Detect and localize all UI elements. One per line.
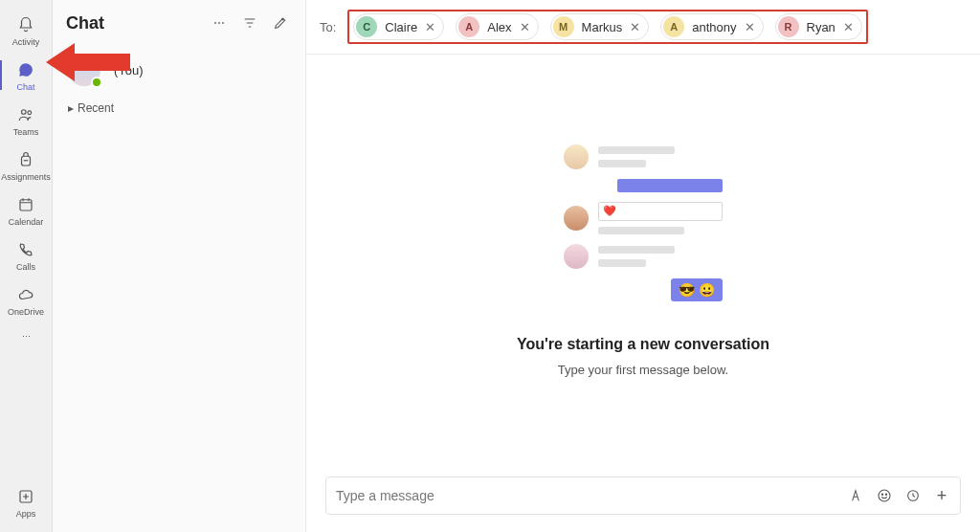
- rail-calls[interactable]: Calls: [0, 233, 52, 277]
- remove-icon[interactable]: ✕: [843, 21, 854, 33]
- rail-apps[interactable]: Apps: [0, 479, 52, 524]
- draft-label: (You): [114, 63, 144, 78]
- rail-onedrive[interactable]: OneDrive: [0, 277, 52, 322]
- avatar-initial: C: [356, 16, 377, 37]
- calendar-icon: [15, 194, 36, 215]
- people-icon: [15, 104, 36, 125]
- rail-label: Chat: [16, 82, 34, 92]
- cloud-icon: [15, 284, 36, 305]
- empty-title: You're starting a new conversation: [517, 336, 769, 353]
- presence-indicator: [91, 77, 102, 88]
- chat-list-header: Chat ⋯: [53, 0, 305, 46]
- svg-point-6: [881, 494, 882, 495]
- recent-section-toggle[interactable]: ▸ Recent: [53, 98, 305, 119]
- illustration-avatar: [564, 144, 589, 169]
- recipient-chip[interactable]: R Ryan ✕: [775, 13, 862, 40]
- compose-area: Type a message +: [306, 467, 980, 532]
- illustration-avatar: [564, 244, 589, 269]
- avatar-initial: R: [778, 16, 799, 37]
- empty-conversation: ❤️ 😎 😀 You're starting a new conversatio…: [306, 55, 980, 467]
- recipient-chip[interactable]: A Alex ✕: [456, 13, 538, 40]
- svg-rect-3: [20, 200, 32, 211]
- rail-label: Calls: [16, 262, 35, 272]
- rail-label: Apps: [16, 509, 36, 519]
- svg-point-0: [22, 110, 27, 115]
- recipient-name: Claire: [385, 20, 417, 34]
- app-rail: Activity Chat Teams Assignments Calendar…: [0, 0, 53, 532]
- rail-label: Calendar: [9, 217, 44, 227]
- to-label: To:: [320, 20, 336, 34]
- remove-icon[interactable]: ✕: [425, 21, 435, 33]
- empty-subtitle: Type your first message below.: [558, 363, 728, 377]
- rail-teams[interactable]: Teams: [0, 98, 52, 143]
- rail-label: Teams: [13, 127, 39, 137]
- emoji-icon[interactable]: [876, 487, 893, 504]
- rail-label: Activity: [12, 37, 40, 47]
- rail-calendar[interactable]: Calendar: [0, 188, 52, 233]
- chat-icon: [15, 59, 36, 80]
- format-icon[interactable]: [847, 487, 864, 504]
- recipient-name: Ryan: [807, 20, 835, 34]
- recipient-chip[interactable]: M Markus ✕: [550, 13, 650, 40]
- rail-more[interactable]: ⋯: [0, 322, 52, 351]
- rail-chat[interactable]: Chat: [0, 53, 52, 98]
- recipients-highlight: C Claire ✕ A Alex ✕ M Markus ✕ A anthony…: [347, 10, 868, 44]
- rail-label: Assignments: [1, 172, 51, 182]
- remove-icon[interactable]: ✕: [520, 21, 530, 33]
- to-bar: To: C Claire ✕ A Alex ✕ M Markus ✕ A ant…: [306, 0, 980, 55]
- svg-point-5: [879, 490, 890, 501]
- filter-icon[interactable]: [238, 11, 261, 34]
- chat-main: To: C Claire ✕ A Alex ✕ M Markus ✕ A ant…: [306, 0, 980, 532]
- phone-icon: [15, 239, 36, 260]
- compose-toolbar: +: [847, 487, 950, 504]
- illustration-avatar: [564, 206, 589, 231]
- backpack-icon: [15, 149, 36, 170]
- avatar-initial: M: [553, 16, 574, 37]
- more-options-icon[interactable]: ⋯: [208, 11, 231, 34]
- draft-chat-row[interactable]: (You): [53, 46, 305, 98]
- more-icon: ⋯: [15, 326, 36, 347]
- compose-box[interactable]: Type a message +: [325, 477, 961, 515]
- remove-icon[interactable]: ✕: [745, 21, 755, 33]
- new-chat-icon[interactable]: [269, 11, 292, 34]
- apps-icon: [15, 486, 36, 507]
- avatar: [68, 54, 100, 86]
- message-input[interactable]: Type a message: [336, 488, 837, 503]
- recent-label: Recent: [78, 101, 114, 115]
- svg-point-7: [885, 494, 886, 495]
- remove-icon[interactable]: ✕: [630, 21, 640, 33]
- recipient-chip[interactable]: C Claire ✕: [353, 13, 444, 40]
- recipient-name: Markus: [582, 20, 623, 34]
- svg-point-1: [28, 111, 32, 115]
- add-icon[interactable]: +: [933, 487, 950, 504]
- avatar-initial: A: [663, 16, 684, 37]
- recipient-name: Alex: [487, 20, 511, 34]
- rail-activity[interactable]: Activity: [0, 8, 52, 53]
- rail-assignments[interactable]: Assignments: [0, 143, 52, 188]
- panel-title: Chat: [66, 13, 200, 33]
- avatar-initial: A: [458, 16, 479, 37]
- chat-list-panel: Chat ⋯ (You) ▸ Recent: [53, 0, 306, 532]
- bell-icon: [15, 14, 36, 35]
- rail-label: OneDrive: [8, 307, 44, 317]
- recipient-name: anthony: [692, 20, 736, 34]
- recipient-chip[interactable]: A anthony ✕: [660, 13, 763, 40]
- chevron-right-icon: ▸: [68, 101, 74, 115]
- reaction-icon[interactable]: [904, 487, 922, 504]
- illustration-emoji: 😎 😀: [671, 278, 723, 301]
- empty-illustration: ❤️ 😎 😀: [564, 144, 723, 301]
